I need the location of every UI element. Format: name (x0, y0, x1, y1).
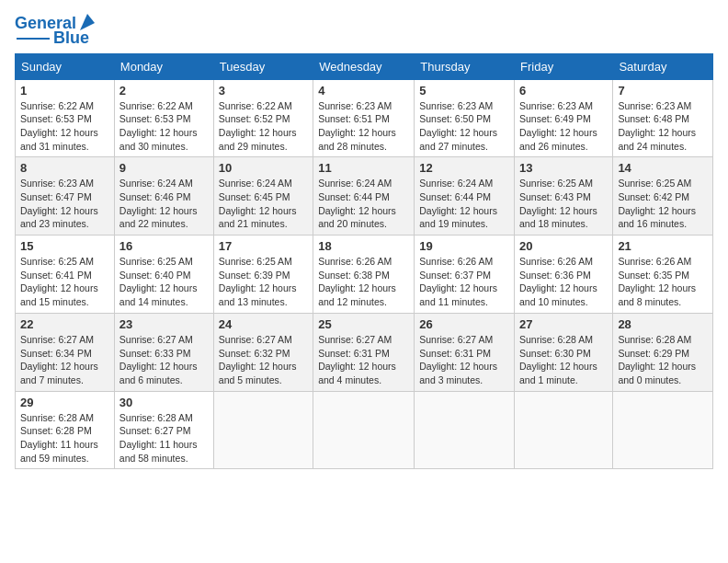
calendar-cell: 12Sunrise: 6:24 AM Sunset: 6:44 PM Dayli… (415, 157, 515, 236)
calendar-cell: 30Sunrise: 6:28 AM Sunset: 6:27 PM Dayli… (114, 391, 213, 469)
day-number: 9 (119, 161, 209, 175)
calendar-cell (313, 391, 415, 469)
day-number: 30 (119, 396, 209, 409)
day-number: 26 (419, 317, 509, 331)
day-number: 3 (219, 84, 308, 98)
day-number: 12 (419, 161, 509, 175)
day-number: 8 (20, 161, 109, 175)
calendar-cell: 25Sunrise: 6:27 AM Sunset: 6:31 PM Dayli… (313, 313, 415, 391)
calendar-cell: 27Sunrise: 6:28 AM Sunset: 6:30 PM Dayli… (515, 313, 613, 391)
calendar-cell: 8Sunrise: 6:23 AM Sunset: 6:47 PM Daylig… (16, 157, 115, 236)
calendar-header-row: SundayMondayTuesdayWednesdayThursdayFrid… (16, 53, 713, 79)
calendar-cell (213, 391, 313, 469)
day-info: Sunrise: 6:27 AM Sunset: 6:34 PM Dayligh… (20, 333, 109, 387)
calendar-cell: 6Sunrise: 6:23 AM Sunset: 6:49 PM Daylig… (515, 79, 613, 157)
calendar-cell (415, 391, 515, 469)
calendar-cell: 17Sunrise: 6:25 AM Sunset: 6:39 PM Dayli… (213, 236, 313, 314)
calendar-cell: 26Sunrise: 6:27 AM Sunset: 6:31 PM Dayli… (415, 313, 515, 391)
day-number: 6 (519, 84, 608, 98)
logo: General Blue (15, 15, 97, 48)
day-number: 1 (20, 84, 109, 98)
page-header: General Blue (15, 15, 713, 48)
calendar-cell: 29Sunrise: 6:28 AM Sunset: 6:28 PM Dayli… (16, 391, 115, 469)
day-info: Sunrise: 6:25 AM Sunset: 6:42 PM Dayligh… (618, 177, 708, 231)
day-info: Sunrise: 6:26 AM Sunset: 6:37 PM Dayligh… (419, 255, 509, 309)
day-info: Sunrise: 6:23 AM Sunset: 6:51 PM Dayligh… (318, 99, 409, 154)
calendar-cell: 3Sunrise: 6:22 AM Sunset: 6:52 PM Daylig… (213, 79, 313, 157)
day-number: 7 (618, 84, 708, 98)
calendar-week-2: 8Sunrise: 6:23 AM Sunset: 6:47 PM Daylig… (16, 157, 713, 236)
calendar-cell (515, 391, 613, 469)
header-saturday: Saturday (613, 53, 713, 79)
day-info: Sunrise: 6:28 AM Sunset: 6:28 PM Dayligh… (20, 411, 109, 465)
calendar-cell: 15Sunrise: 6:25 AM Sunset: 6:41 PM Dayli… (16, 236, 115, 314)
day-number: 14 (618, 161, 708, 175)
calendar-week-5: 29Sunrise: 6:28 AM Sunset: 6:28 PM Dayli… (16, 391, 713, 469)
day-info: Sunrise: 6:23 AM Sunset: 6:50 PM Dayligh… (419, 99, 509, 154)
day-info: Sunrise: 6:27 AM Sunset: 6:31 PM Dayligh… (318, 333, 409, 387)
day-number: 21 (618, 239, 708, 253)
day-info: Sunrise: 6:28 AM Sunset: 6:29 PM Dayligh… (618, 333, 708, 387)
day-number: 29 (20, 396, 109, 409)
day-number: 25 (318, 317, 409, 331)
logo-blue-text: Blue (53, 29, 89, 48)
day-info: Sunrise: 6:25 AM Sunset: 6:41 PM Dayligh… (20, 255, 109, 309)
day-number: 23 (119, 317, 209, 331)
calendar-cell: 2Sunrise: 6:22 AM Sunset: 6:53 PM Daylig… (114, 79, 213, 157)
calendar-cell: 21Sunrise: 6:26 AM Sunset: 6:35 PM Dayli… (613, 236, 713, 314)
day-info: Sunrise: 6:26 AM Sunset: 6:35 PM Dayligh… (618, 255, 708, 309)
calendar-cell: 14Sunrise: 6:25 AM Sunset: 6:42 PM Dayli… (613, 157, 713, 236)
day-info: Sunrise: 6:24 AM Sunset: 6:44 PM Dayligh… (318, 177, 409, 231)
calendar-cell: 11Sunrise: 6:24 AM Sunset: 6:44 PM Dayli… (313, 157, 415, 236)
day-number: 13 (519, 161, 608, 175)
calendar-week-3: 15Sunrise: 6:25 AM Sunset: 6:41 PM Dayli… (16, 236, 713, 314)
calendar-cell: 20Sunrise: 6:26 AM Sunset: 6:36 PM Dayli… (515, 236, 613, 314)
day-info: Sunrise: 6:27 AM Sunset: 6:33 PM Dayligh… (119, 333, 209, 387)
day-info: Sunrise: 6:26 AM Sunset: 6:38 PM Dayligh… (318, 255, 409, 309)
day-number: 15 (20, 239, 109, 253)
calendar-cell (613, 391, 713, 469)
calendar-week-4: 22Sunrise: 6:27 AM Sunset: 6:34 PM Dayli… (16, 313, 713, 391)
header-tuesday: Tuesday (213, 53, 313, 79)
calendar-cell: 22Sunrise: 6:27 AM Sunset: 6:34 PM Dayli… (16, 313, 115, 391)
day-number: 11 (318, 161, 409, 175)
calendar-cell: 23Sunrise: 6:27 AM Sunset: 6:33 PM Dayli… (114, 313, 213, 391)
day-info: Sunrise: 6:25 AM Sunset: 6:43 PM Dayligh… (519, 177, 608, 231)
calendar-cell: 13Sunrise: 6:25 AM Sunset: 6:43 PM Dayli… (515, 157, 613, 236)
day-number: 19 (419, 239, 509, 253)
day-number: 4 (318, 84, 409, 98)
day-number: 24 (219, 317, 308, 331)
header-sunday: Sunday (16, 53, 115, 79)
day-number: 17 (219, 239, 308, 253)
day-number: 10 (219, 161, 308, 175)
calendar-cell: 10Sunrise: 6:24 AM Sunset: 6:45 PM Dayli… (213, 157, 313, 236)
day-info: Sunrise: 6:23 AM Sunset: 6:49 PM Dayligh… (519, 99, 608, 154)
day-info: Sunrise: 6:24 AM Sunset: 6:46 PM Dayligh… (119, 177, 209, 231)
header-friday: Friday (515, 53, 613, 79)
day-info: Sunrise: 6:27 AM Sunset: 6:32 PM Dayligh… (219, 333, 308, 387)
day-info: Sunrise: 6:22 AM Sunset: 6:52 PM Dayligh… (219, 99, 308, 154)
calendar-cell: 5Sunrise: 6:23 AM Sunset: 6:50 PM Daylig… (415, 79, 515, 157)
day-info: Sunrise: 6:22 AM Sunset: 6:53 PM Dayligh… (119, 99, 209, 154)
calendar-cell: 19Sunrise: 6:26 AM Sunset: 6:37 PM Dayli… (415, 236, 515, 314)
day-info: Sunrise: 6:23 AM Sunset: 6:47 PM Dayligh… (20, 177, 109, 231)
day-info: Sunrise: 6:23 AM Sunset: 6:48 PM Dayligh… (618, 99, 708, 154)
day-number: 5 (419, 84, 509, 98)
calendar-cell: 1Sunrise: 6:22 AM Sunset: 6:53 PM Daylig… (16, 79, 115, 157)
calendar-cell: 18Sunrise: 6:26 AM Sunset: 6:38 PM Dayli… (313, 236, 415, 314)
day-info: Sunrise: 6:28 AM Sunset: 6:27 PM Dayligh… (119, 411, 209, 465)
day-info: Sunrise: 6:25 AM Sunset: 6:39 PM Dayligh… (219, 255, 308, 309)
calendar-table: SundayMondayTuesdayWednesdayThursdayFrid… (15, 53, 713, 470)
day-number: 27 (519, 317, 608, 331)
day-number: 28 (618, 317, 708, 331)
day-info: Sunrise: 6:27 AM Sunset: 6:31 PM Dayligh… (419, 333, 509, 387)
calendar-cell: 24Sunrise: 6:27 AM Sunset: 6:32 PM Dayli… (213, 313, 313, 391)
calendar-cell: 9Sunrise: 6:24 AM Sunset: 6:46 PM Daylig… (114, 157, 213, 236)
day-info: Sunrise: 6:24 AM Sunset: 6:45 PM Dayligh… (219, 177, 308, 231)
day-number: 18 (318, 239, 409, 253)
day-info: Sunrise: 6:24 AM Sunset: 6:44 PM Dayligh… (419, 177, 509, 231)
day-info: Sunrise: 6:26 AM Sunset: 6:36 PM Dayligh… (519, 255, 608, 309)
calendar-cell: 16Sunrise: 6:25 AM Sunset: 6:40 PM Dayli… (114, 236, 213, 314)
day-info: Sunrise: 6:22 AM Sunset: 6:53 PM Dayligh… (20, 99, 109, 154)
calendar-cell: 28Sunrise: 6:28 AM Sunset: 6:29 PM Dayli… (613, 313, 713, 391)
